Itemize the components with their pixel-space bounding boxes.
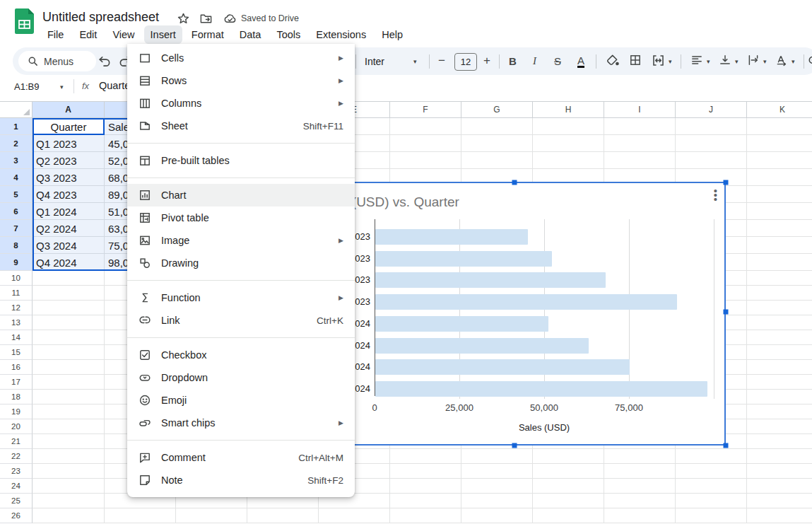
merge-cells-caret-icon[interactable]: ▾ <box>669 58 672 65</box>
cell-A24[interactable] <box>33 479 105 494</box>
row-header-2[interactable]: 2 <box>0 135 33 152</box>
cell-I22[interactable] <box>604 449 676 464</box>
font-family-select[interactable]: Inter <box>365 56 384 67</box>
cell-A21[interactable] <box>33 434 105 449</box>
insert-menu-item-cells[interactable]: Cells▶ <box>127 47 355 69</box>
insert-menu-item-pre-built-tables[interactable]: Pre-built tables <box>127 149 355 172</box>
row-header-5[interactable]: 5 <box>0 186 33 203</box>
link-button[interactable] <box>808 54 812 68</box>
cell-K6[interactable] <box>747 203 812 220</box>
cell-J3[interactable] <box>676 152 747 169</box>
cell-G1[interactable] <box>461 118 533 135</box>
v-align-button[interactable] <box>719 54 733 68</box>
cell-K11[interactable] <box>747 286 812 301</box>
cell-H2[interactable] <box>533 135 604 152</box>
star-icon[interactable] <box>177 12 190 25</box>
cell-K15[interactable] <box>747 345 812 360</box>
cell-K7[interactable] <box>747 220 812 237</box>
cell-F26[interactable] <box>390 508 461 523</box>
cell-K4[interactable] <box>747 169 812 186</box>
cell-H22[interactable] <box>533 449 604 464</box>
fill-color-button[interactable] <box>606 54 620 68</box>
cell-G24[interactable] <box>461 479 533 494</box>
cell-G22[interactable] <box>461 449 533 464</box>
cell-H26[interactable] <box>533 508 604 523</box>
cell-A26[interactable] <box>33 508 105 523</box>
insert-menu-item-columns[interactable]: Columns▶ <box>127 92 355 115</box>
move-folder-icon[interactable] <box>199 12 213 25</box>
cell-J26[interactable] <box>676 508 747 523</box>
cell-I23[interactable] <box>604 464 676 479</box>
menubar-item-file[interactable]: File <box>41 25 70 44</box>
cell-G23[interactable] <box>461 464 533 479</box>
merge-cells-button[interactable] <box>652 54 666 68</box>
cell-E26[interactable] <box>319 508 390 523</box>
cell-J23[interactable] <box>676 464 747 479</box>
cell-A16[interactable] <box>33 360 105 375</box>
cell-K2[interactable] <box>747 135 812 152</box>
cell-A17[interactable] <box>33 375 105 390</box>
text-rotate-button[interactable] <box>775 54 789 68</box>
strikethrough-button[interactable]: S <box>554 55 561 67</box>
column-header-F[interactable]: F <box>390 101 461 118</box>
cell-F3[interactable] <box>390 152 461 169</box>
chart-resize-handle[interactable] <box>512 180 517 185</box>
menubar-item-insert[interactable]: Insert <box>144 25 182 44</box>
bold-button[interactable]: B <box>509 55 517 67</box>
insert-menu-item-comment[interactable]: CommentCtrl+Alt+M <box>127 446 355 469</box>
cell-G25[interactable] <box>461 494 533 508</box>
cell-F2[interactable] <box>390 135 461 152</box>
cell-K18[interactable] <box>747 390 812 404</box>
cell-J1[interactable] <box>676 118 747 135</box>
menubar-item-extensions[interactable]: Extensions <box>310 25 372 44</box>
cell-K25[interactable] <box>747 494 812 508</box>
column-header-J[interactable]: J <box>676 101 747 118</box>
insert-menu-item-dropdown[interactable]: Dropdown <box>127 366 355 389</box>
cell-G2[interactable] <box>461 135 533 152</box>
cell-I1[interactable] <box>604 118 676 135</box>
text-color-button[interactable]: A <box>577 55 584 68</box>
name-box-caret-icon[interactable]: ▾ <box>60 83 64 91</box>
insert-menu-item-sheet[interactable]: SheetShift+F11 <box>127 115 355 137</box>
chart-resize-handle[interactable] <box>724 310 729 315</box>
insert-menu-item-pivot-table[interactable]: Pivot table <box>127 206 355 229</box>
cell-K9[interactable] <box>747 254 812 271</box>
cell-A12[interactable] <box>33 301 105 315</box>
name-box[interactable]: A1:B9 <box>14 81 39 92</box>
insert-menu-item-chart[interactable]: Chart <box>127 184 355 206</box>
insert-menu-item-drawing[interactable]: Drawing <box>127 252 355 274</box>
cell-A23[interactable] <box>33 464 105 479</box>
undo-button[interactable] <box>97 54 111 68</box>
cell-J2[interactable] <box>676 135 747 152</box>
column-header-H[interactable]: H <box>533 101 604 118</box>
cell-K26[interactable] <box>747 508 812 523</box>
decrease-font-button[interactable]: − <box>438 54 445 68</box>
row-header-19[interactable]: 19 <box>0 404 33 419</box>
menubar-item-edit[interactable]: Edit <box>73 25 103 44</box>
insert-menu-item-smart-chips[interactable]: Smart chips▶ <box>127 412 355 434</box>
chart-resize-handle[interactable] <box>724 180 729 185</box>
insert-menu-item-link[interactable]: LinkCtrl+K <box>127 309 355 332</box>
row-header-18[interactable]: 18 <box>0 390 33 404</box>
row-header-25[interactable]: 25 <box>0 494 33 508</box>
column-header-A[interactable]: A <box>33 101 105 118</box>
cell-A14[interactable] <box>33 330 105 345</box>
insert-menu-item-checkbox[interactable]: Checkbox <box>127 344 355 366</box>
menubar-item-format[interactable]: Format <box>185 25 230 44</box>
cell-A11[interactable] <box>33 286 105 301</box>
row-header-10[interactable]: 10 <box>0 271 33 286</box>
cell-J24[interactable] <box>676 479 747 494</box>
row-header-16[interactable]: 16 <box>0 360 33 375</box>
cell-A13[interactable] <box>33 315 105 330</box>
row-header-12[interactable]: 12 <box>0 301 33 315</box>
chart-options-icon[interactable]: ••• <box>714 189 717 202</box>
active-cell-A1[interactable]: Quarter <box>33 118 105 135</box>
insert-menu-item-image[interactable]: Image▶ <box>127 229 355 252</box>
chart-resize-handle[interactable] <box>724 443 729 448</box>
insert-menu-item-note[interactable]: NoteShift+F2 <box>127 469 355 491</box>
row-header-7[interactable]: 7 <box>0 220 33 237</box>
h-align-caret-icon[interactable]: ▾ <box>707 58 710 65</box>
column-header-K[interactable]: K <box>747 101 812 118</box>
menubar-item-tools[interactable]: Tools <box>270 25 307 44</box>
cell-K3[interactable] <box>747 152 812 169</box>
